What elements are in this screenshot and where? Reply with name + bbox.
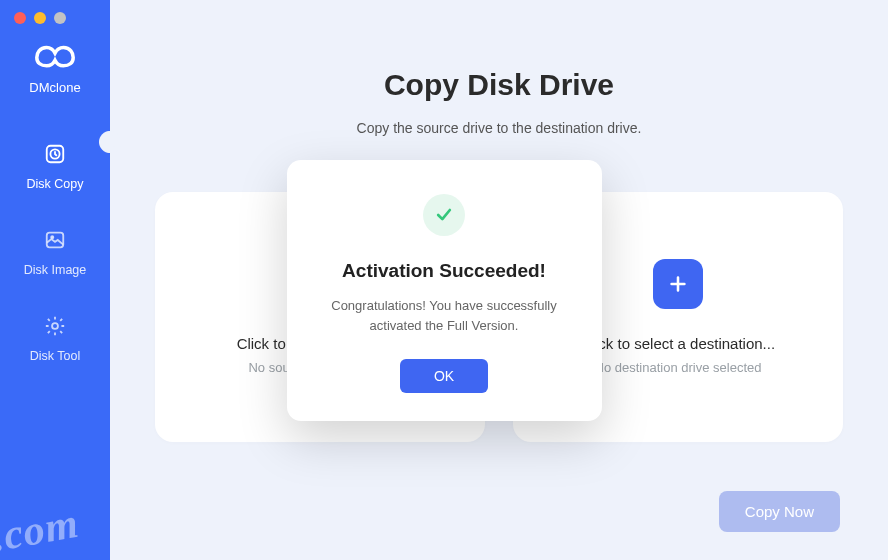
activation-modal: Activation Succeeded! Congratulations! Y… xyxy=(287,160,602,421)
close-window-icon[interactable] xyxy=(14,12,26,24)
sidebar: DMclone Disk Copy xyxy=(0,0,110,560)
gear-icon xyxy=(42,313,68,339)
watermark-text: .com xyxy=(0,499,82,560)
destination-card-title: Click to select a destination... xyxy=(581,335,775,352)
destination-card-subtitle: No destination drive selected xyxy=(595,360,762,375)
zoom-window-icon[interactable] xyxy=(54,12,66,24)
add-destination-button[interactable] xyxy=(653,259,703,309)
modal-title: Activation Succeeded! xyxy=(315,260,574,282)
brand: DMclone xyxy=(29,42,80,95)
window-traffic-lights[interactable] xyxy=(14,12,66,24)
modal-ok-button[interactable]: OK xyxy=(400,359,488,393)
brand-logo-icon xyxy=(34,42,76,70)
sidebar-item-disk-image[interactable]: Disk Image xyxy=(0,209,110,295)
disk-copy-icon xyxy=(42,141,68,167)
nav: Disk Copy Disk Image xyxy=(0,123,110,381)
minimize-window-icon[interactable] xyxy=(34,12,46,24)
modal-message: Congratulations! You have successfully a… xyxy=(315,296,574,335)
page-subtitle: Copy the source drive to the destination… xyxy=(150,120,848,136)
sidebar-item-label: Disk Image xyxy=(24,263,87,277)
sidebar-item-label: Disk Copy xyxy=(27,177,84,191)
copy-now-button[interactable]: Copy Now xyxy=(719,491,840,532)
success-check-icon xyxy=(423,194,465,236)
svg-point-3 xyxy=(51,236,53,238)
sidebar-item-label: Disk Tool xyxy=(30,349,80,363)
disk-image-icon xyxy=(42,227,68,253)
page-title: Copy Disk Drive xyxy=(150,68,848,102)
svg-point-4 xyxy=(52,323,58,329)
sidebar-item-disk-copy[interactable]: Disk Copy xyxy=(0,123,110,209)
brand-name: DMclone xyxy=(29,80,80,95)
sidebar-item-disk-tool[interactable]: Disk Tool xyxy=(0,295,110,381)
plus-icon xyxy=(667,273,689,295)
